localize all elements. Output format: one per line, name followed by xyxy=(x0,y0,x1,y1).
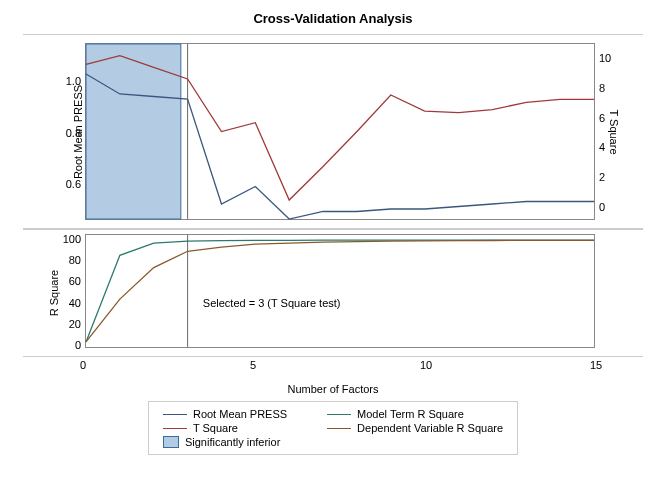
ytick-left: 80 xyxy=(69,254,81,266)
chart-title: Cross-Validation Analysis xyxy=(253,11,412,26)
legend-swatch-line xyxy=(327,428,351,429)
ytick-left: 0.6 xyxy=(66,178,81,190)
chart-container: Root Mean PRESS T Square 0.60.81.0 02468… xyxy=(23,34,643,397)
ytick-right: 8 xyxy=(599,82,605,94)
legend-label: Significantly inferior xyxy=(185,436,280,448)
legend-item: Dependent Variable R Square xyxy=(327,422,503,434)
top-plot-area xyxy=(85,43,595,220)
ytick-right: 2 xyxy=(599,171,605,183)
top-svg xyxy=(86,44,594,219)
ytick-left: 100 xyxy=(63,233,81,245)
legend-item: Significantly inferior xyxy=(163,436,287,448)
ytick-left: 60 xyxy=(69,275,81,287)
bottom-svg xyxy=(86,235,594,347)
y-right-label-top: T Square xyxy=(607,109,619,154)
ytick-right: 6 xyxy=(599,112,605,124)
top-panel: Root Mean PRESS T Square 0.60.81.0 02468… xyxy=(23,34,643,229)
ytick-left: 20 xyxy=(69,318,81,330)
ytick-left: 1.0 xyxy=(66,75,81,87)
ytick-left: 40 xyxy=(69,297,81,309)
legend-label: Model Term R Square xyxy=(357,408,464,420)
x-axis-label: Number of Factors xyxy=(23,383,643,395)
bottom-panel: R Square Selected = 3 (T Square test) 02… xyxy=(23,229,643,357)
xtick: 5 xyxy=(250,359,256,371)
xtick: 15 xyxy=(590,359,602,371)
legend: Root Mean PRESSModel Term R SquareT Squa… xyxy=(148,401,518,455)
ytick-left: 0 xyxy=(75,339,81,351)
legend-label: T Square xyxy=(193,422,238,434)
legend-swatch-line xyxy=(163,428,187,429)
legend-swatch-line xyxy=(327,414,351,415)
legend-item: T Square xyxy=(163,422,287,434)
legend-swatch-box xyxy=(163,436,179,448)
legend-label: Root Mean PRESS xyxy=(193,408,287,420)
series-dependent-variable-r-square xyxy=(86,240,594,342)
ytick-left: 0.8 xyxy=(66,127,81,139)
legend-item: Root Mean PRESS xyxy=(163,408,287,420)
series-model-term-r-square xyxy=(86,240,594,342)
y-left-label-bottom: R Square xyxy=(48,270,60,316)
ytick-right: 4 xyxy=(599,141,605,153)
legend-swatch-line xyxy=(163,414,187,415)
ytick-right: 10 xyxy=(599,52,611,64)
bottom-plot-area: Selected = 3 (T Square test) xyxy=(85,234,595,348)
shaded-region xyxy=(86,44,181,219)
legend-label: Dependent Variable R Square xyxy=(357,422,503,434)
legend-item: Model Term R Square xyxy=(327,408,503,420)
ytick-right: 0 xyxy=(599,201,605,213)
selection-annotation: Selected = 3 (T Square test) xyxy=(203,297,341,309)
xtick: 10 xyxy=(420,359,432,371)
xtick: 0 xyxy=(80,359,86,371)
x-axis: 051015 Number of Factors xyxy=(23,357,643,397)
